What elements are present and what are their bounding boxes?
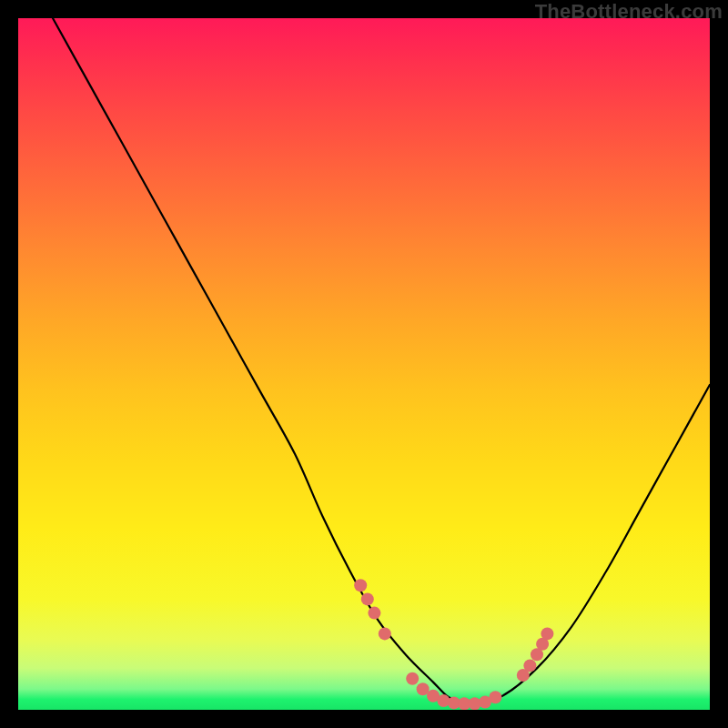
highlight-marker bbox=[354, 579, 367, 592]
highlight-marker bbox=[379, 627, 391, 640]
marker-group bbox=[354, 579, 553, 710]
highlight-marker bbox=[361, 592, 374, 605]
plot-area bbox=[18, 18, 710, 710]
highlight-marker bbox=[417, 682, 430, 695]
chart-stage: TheBottleneck.com bbox=[0, 0, 728, 728]
curve-overlay bbox=[18, 18, 710, 710]
highlight-marker bbox=[523, 659, 536, 672]
highlight-marker bbox=[541, 627, 553, 640]
bottleneck-curve bbox=[53, 18, 710, 703]
highlight-marker bbox=[406, 672, 419, 685]
highlight-marker bbox=[368, 607, 380, 620]
highlight-marker bbox=[489, 691, 501, 703]
